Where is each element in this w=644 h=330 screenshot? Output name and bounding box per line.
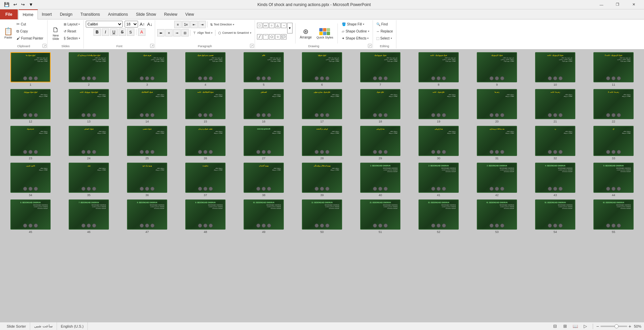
slide-thumb-container[interactable]: شوک کاردیوژنیک - ادامهمتن نمونه برای اسل… [527,52,583,86]
slide-thumb-container[interactable]: NURSING DIAGNOSES: 9NURSING DIAGNOSESRel… [178,199,233,234]
slide-thumbnail[interactable]: زخم ها - ادامه 2محتوای اسلایداطلاعات مرب… [593,89,634,119]
slide-thumb-container[interactable]: NURSING DIAGNOSES: 10NURSING DIAGNOSESRe… [236,199,292,234]
slide-thumbnail[interactable]: NURSING DIAGNOSES: 10NURSING DIAGNOSESRe… [244,199,284,230]
slide-thumbnail[interactable]: عدم تحریکمحتوای اسلایداطلاعات مربوطه [10,126,51,156]
slide-thumb-container[interactable]: صفمحتوای اسلایداطلاعات مربوطه35 [61,163,117,197]
copy-button[interactable]: ⧉ Copy [15,28,45,34]
text-direction-button[interactable]: ⇅ Text Direction ▾ [209,21,236,28]
slide-thumbnail[interactable]: بهبود استقلال و وابستگیمحتوای اسلایداطلا… [302,163,342,193]
slide-thumb-container[interactable]: NURSING DIAGNOSES: 16NURSING DIAGNOSESRe… [586,199,641,234]
slide-thumb-container[interactable]: بهبود درک خودمحتوای اسلایداطلاعات مربوطه… [119,163,175,197]
find-button[interactable]: 🔍 Find [375,21,394,27]
slide-thumbnail[interactable]: انواع شوک نوروژنیک - ادامهمحتوای اسلایدا… [69,89,109,119]
convert-smartart-button[interactable]: ⬡ Convert to SmartArt ▾ [217,29,253,36]
zoom-level-label[interactable]: 50% [634,324,641,328]
slide-thumbnail[interactable]: شوک کاردیوژنیک - ادامهمتن نمونه برای اسل… [535,52,575,82]
slide-sorter-tab[interactable]: Slide Sorter [3,322,30,330]
bold-button[interactable]: B [93,28,101,36]
star-btn[interactable]: ☆ [275,34,280,39]
rect-shape-btn[interactable]: □ [257,23,262,28]
line-btn[interactable]: ╱ [257,34,262,39]
slide-thumb-container[interactable]: ارزیابی در گذشتهمحتوای اسلایداطلاعات مرب… [294,126,350,160]
slide-thumbnail[interactable]: انواع شوک هامتن نمونه برای اسلایدمحتوای … [10,52,51,82]
slide-thumbnail[interactable]: NURSING DIAGNOSES: 2NURSING DIAGNOSESRel… [418,163,459,193]
slide-thumb-container[interactable]: تعریف شوکمتن نمونه برای اسلایدمحتوای تخص… [119,52,175,86]
tab-animations[interactable]: Animations [104,9,132,19]
slide-thumb-container[interactable]: NURSING DIAGNOSES: 8NURSING DIAGNOSESRel… [119,199,175,234]
tab-review[interactable]: Review [160,9,181,19]
slide-thumbnail[interactable]: انواع شوکهامتن نمونه برای اسلایدمحتوای ت… [302,52,342,82]
slide-thumb-container[interactable]: بهبود گفتمانمحتوای اسلایداطلاعات مربوطه3… [236,163,292,197]
slide-thumb-container[interactable]: شوک اعصابیمحتوای اسلایداطلاعات مربوطه24 [61,126,117,160]
slide-thumb-container[interactable]: ردمحتوای اسلایداطلاعات مربوطه32 [527,126,583,160]
shapes-more-btn[interactable]: ▼ [287,23,293,33]
shape-effects-button[interactable]: ✦ Shape Effects ▾ [340,35,370,42]
shadow-button[interactable]: S [127,28,134,36]
numbering-button[interactable]: 1≡ [182,21,190,28]
slide-thumb-container[interactable]: علاج شوکمحتوای اسلایداطلاعات مربوطه18 [352,89,408,123]
normal-view-button[interactable]: ⊟ [551,322,559,330]
slide-thumbnail[interactable]: مقاومتمحتوای اسلایداطلاعات مربوطه [185,163,226,193]
slide-thumbnail[interactable]: بهبود گفتمانمحتوای اسلایداطلاعات مربوطه [244,163,284,193]
slide-thumb-container[interactable]: زخم ها - ادامه 2محتوای اسلایداطلاعات مرب… [586,89,641,123]
increase-font-icon[interactable]: A↑ [139,22,145,27]
shape-fill-button[interactable]: 🪣 Shape Fill ▾ [340,21,370,27]
align-center-button[interactable]: ≡ [165,29,173,36]
slide-thumb-container[interactable]: NURSING DIAGNOSES: 1NURSING DIAGNOSESRel… [352,163,408,197]
layout-button[interactable]: ⊞ Layout ▾ [62,21,81,27]
reset-button[interactable]: ↺ Reset [62,28,81,34]
slide-thumbnail[interactable]: NURSING DIAGNOSES: 6NURSING DIAGNOSESRel… [10,199,51,230]
align-left-button[interactable]: ⬅ [157,29,165,36]
slide-thumb-container[interactable]: NURSING DIAGNOSES: 12NURSING DIAGNOSESRe… [352,199,408,234]
slide-thumb-container[interactable]: NURSING DIAGNOSES: 14NURSING DIAGNOSESRe… [469,199,525,234]
replace-button[interactable]: ↔ Replace [375,28,394,34]
slide-thumb-container[interactable]: انواع شوک هامتن نمونه برای اسلایدمحتوای … [3,52,58,86]
slide-thumbnail[interactable]: زخم ها - ادامهمحتوای اسلایداطلاعات مربوط… [535,89,575,119]
slide-thumbnail[interactable]: صفمحتوای اسلایداطلاعات مربوطه [69,163,109,193]
triangle-btn[interactable]: △ [275,23,280,28]
slide-thumb-container[interactable]: NURSING DIAGNOSES: 15NURSING DIAGNOSESRe… [527,199,583,234]
slide-thumb-container[interactable]: انواع شوکهامتن نمونه برای اسلایدمحتوای ت… [294,52,350,86]
slide-thumbnail[interactable]: NURSING DIAGNOSES: 5NURSING DIAGNOSESRel… [593,163,634,193]
clipboard-expand[interactable]: ↗ [43,44,47,48]
slide-thumbnail[interactable]: NURSING DIAGNOSES: 16NURSING DIAGNOSESRe… [593,199,634,230]
shape-outline-button[interactable]: ▱ Shape Outline ▾ [340,28,370,34]
slide-thumb-container[interactable]: Nursing processمحتوای اسلایداطلاعات مربو… [236,126,292,160]
slide-thumbnail[interactable]: انواع شوک نوروژنیکمحتوای اسلایداطلاعات م… [10,89,51,119]
slide-sorter-button[interactable]: ⊞ [561,322,569,330]
restore-button[interactable]: ❐ [610,0,625,9]
slide-thumbnail[interactable]: کشمکشمحتوای اسلایداطلاعات مربوطه [244,89,284,119]
slide-thumbnail[interactable]: شوک آنافیلاکتیک - ادامهمحتوای اسلایداطلا… [185,89,226,119]
slide-thumb-container[interactable]: شوک هیپوولمیکمتن نمونه برای اسلایدمحتوای… [352,52,408,86]
slide-thumb-container[interactable]: شوک آنافیلاکتیکمحتوای اسلایداطلاعات مربو… [119,89,175,123]
language-tab[interactable]: English (U.S.) [57,322,88,330]
slide-thumbnail[interactable]: NURSING DIAGNOSES: 3NURSING DIAGNOSESRel… [477,163,517,193]
slide-thumb-container[interactable]: NURSING DIAGNOSES: 7NURSING DIAGNOSESRel… [61,199,117,234]
slide-thumb-container[interactable]: علاج شوک - ادامهمحتوای اسلایداطلاعات مرب… [411,89,466,123]
font-family-select[interactable]: Calibri [86,21,123,27]
slide-thumb-container[interactable]: قانون تجربیمحتوای اسلایداطلاعات مربوطه34 [3,163,58,197]
slide-thumbnail[interactable]: قانون تجربیمحتوای اسلایداطلاعات مربوطه [10,163,51,193]
slide-thumbnail[interactable]: بعد از ارزیابیمحتوای اسلایداطلاعات مربوط… [360,126,400,156]
slide-thumb-container[interactable]: مقاومتمحتوای اسلایداطلاعات مربوطه37 [178,163,233,197]
slide-thumbnail[interactable]: اعمحتوای اسلایداطلاعات مربوطه [593,126,634,156]
bullets-button[interactable]: ≡ [174,21,182,28]
drawing-expand[interactable]: ↗ [368,44,372,48]
tab-file[interactable]: File [0,9,18,19]
slide-thumbnail[interactable]: ارزیابی در گذشتهمحتوای اسلایداطلاعات مرب… [302,126,342,156]
slide-thumbnail[interactable]: تعریف شوکمتن نمونه برای اسلایدمحتوای تخص… [127,52,167,82]
slide-thumb-container[interactable]: تقسیم بندی انواع شوکمتن نمونه برای اسلای… [178,52,233,86]
slide-thumbnail[interactable]: علائممتن نمونه برای اسلایدمحتوای تخصصی پ… [244,52,284,82]
slide-thumbnail[interactable]: شوک تنفسیمحتوای اسلایداطلاعات مربوطه [127,126,167,156]
zoom-in-button[interactable]: + [629,324,631,329]
undo-icon[interactable]: ↩ [12,1,18,8]
zoom-out-button[interactable]: − [596,324,599,329]
paragraph-expand[interactable]: ↗ [250,44,254,48]
arabic-tab[interactable]: ساعت شبی [30,322,57,330]
underline-button[interactable]: U [110,28,118,36]
rounded-rect-btn[interactable]: ▭ [263,23,268,28]
callout-btn[interactable]: 💬 [281,34,286,39]
slide-thumbnail[interactable]: علاج شوک - ادامهمحتوای اسلایداطلاعات مرب… [418,89,459,119]
slide-thumbnail[interactable]: علاج شوک مجاری هواییمحتوای اسلایداطلاعات… [302,89,342,119]
cut-button[interactable]: ✂ Cut [15,21,45,27]
